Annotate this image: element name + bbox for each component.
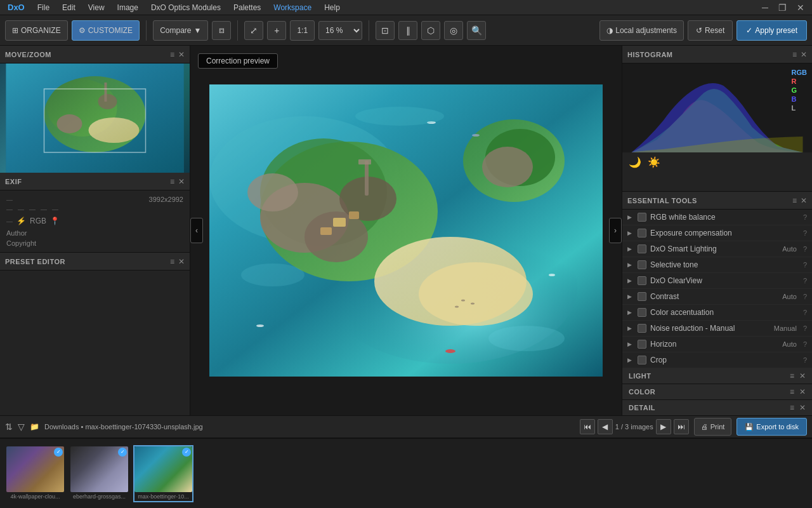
hist-rgb-label[interactable]: RGB [792,69,807,76]
zoom-select[interactable]: 16 % 25 % 50 % 100 % [318,21,362,40]
tool-row-crop[interactable]: ▶ Crop ? [622,352,812,368]
exif-menu-icon[interactable]: ≡ [170,177,174,186]
fit-icon: ⤢ [250,25,258,36]
window-minimize[interactable]: ─ [759,1,771,14]
window-close[interactable]: ✕ [794,1,807,14]
tool-help-contrast[interactable]: ? [803,293,807,300]
first-image-button[interactable]: ⏮ [580,419,595,434]
tool-help-color-accentuation[interactable]: ? [803,309,807,316]
move-zoom-menu-icon[interactable]: ≡ [170,50,174,59]
eyedropper-button[interactable]: 🔍 [467,21,486,40]
essential-tools-close-icon[interactable]: ✕ [801,196,807,205]
export-button[interactable]: 💾 Export to disk [737,418,807,436]
preset-editor-close-icon[interactable]: ✕ [178,257,185,266]
preset-editor-menu-icon[interactable]: ≡ [170,257,174,266]
last-image-button[interactable]: ⏭ [674,419,689,434]
filter-button[interactable]: ▽ [18,422,25,432]
tool-help-rgb-wb[interactable]: ? [803,213,807,221]
tool-checkbox-crop[interactable] [638,356,646,364]
tool-help-clearview[interactable]: ? [803,277,807,284]
reset-button[interactable]: ↺ Reset [688,20,733,41]
move-zoom-close-icon[interactable]: ✕ [178,50,185,59]
tool-checkbox-color-accentuation[interactable] [638,308,646,317]
menu-edit[interactable]: Edit [60,2,78,13]
customize-button[interactable]: ⚙ CUSTOMIZE [72,20,140,41]
tool-help-horizon[interactable]: ? [803,340,807,348]
correction-preview-button[interactable]: Correction preview [198,53,278,69]
section-light[interactable]: LIGHT ≡ ✕ [622,368,812,384]
split-view-button[interactable]: ⧈ [212,21,231,40]
hist-l-label[interactable]: L [792,104,807,112]
prev-image-arrow[interactable]: ‹ [190,218,203,243]
tool-row-selective-tone[interactable]: ▶ Selective tone ? [622,257,812,273]
menu-image[interactable]: Image [115,2,141,13]
histogram-close-icon[interactable]: ✕ [801,50,807,59]
local-adjustments-button[interactable]: ◑ Local adjustments [599,20,684,41]
tool-checkbox-smart-lighting[interactable] [638,244,646,253]
tool-checkbox-noise-reduction[interactable] [638,324,646,333]
tool-help-exposure[interactable]: ? [803,229,807,237]
menu-optics[interactable]: DxO Optics Modules [148,2,223,13]
hist-b-label[interactable]: B [792,95,807,103]
window-maximize[interactable]: ❐ [776,1,789,14]
tool-checkbox-selective-tone[interactable] [638,260,646,269]
section-color-close-icon[interactable]: ✕ [799,387,806,396]
tool-row-smart-lighting[interactable]: ▶ DxO Smart Lighting Auto ? [622,241,812,257]
tool-row-exposure[interactable]: ▶ Exposure compensation ? [622,225,812,241]
repair-button[interactable]: ◎ [444,21,463,40]
tool-help-noise-reduction[interactable]: ? [803,324,807,332]
filmstrip-thumb-3[interactable]: ✓ max-boettinger-10... [133,445,193,502]
sort-button[interactable]: ⇅ [5,422,13,432]
fit-view-button[interactable]: ⤢ [244,21,263,40]
tool-help-crop[interactable]: ? [803,356,807,364]
perspective-button[interactable]: ⬡ [421,21,440,40]
tool-row-horizon[interactable]: ▶ Horizon Auto ? [622,337,812,352]
apply-preset-button[interactable]: ✓ Apply preset [737,20,807,41]
prev-image-button[interactable]: ◀ [598,419,613,434]
tool-help-smart-lighting[interactable]: ? [803,245,807,253]
filmstrip-thumb-2[interactable]: ✓ eberhard-grossgas... [69,445,129,502]
tool-help-selective-tone[interactable]: ? [803,261,807,269]
tool-row-clearview[interactable]: ▶ DxO ClearView ? [622,273,812,289]
tool-checkbox-clearview[interactable] [638,276,646,285]
menu-palettes[interactable]: Palettes [231,2,263,13]
compare-dropdown-icon: ▼ [193,26,201,35]
section-light-close-icon[interactable]: ✕ [799,371,806,380]
section-detail[interactable]: DETAIL ≡ ✕ [622,400,812,415]
tool-checkbox-exposure[interactable] [638,229,646,237]
compare-button[interactable]: Compare ▼ [153,20,208,41]
hist-g-label[interactable]: G [792,86,807,94]
tool-row-contrast[interactable]: ▶ Contrast Auto ? [622,289,812,305]
tool-row-rgb-wb[interactable]: ▶ RGB white balance ? [622,210,812,225]
tool-checkbox-horizon[interactable] [638,340,646,349]
section-color-menu-icon[interactable]: ≡ [790,387,794,396]
nav-preview[interactable] [0,64,190,173]
menu-help[interactable]: Help [322,2,343,13]
hist-r-label[interactable]: R [792,77,807,85]
tool-checkbox-contrast[interactable] [638,292,646,301]
section-color[interactable]: COLOR ≡ ✕ [622,384,812,400]
menu-file[interactable]: File [35,2,52,13]
organize-button[interactable]: ⊞ ORGANIZE [5,20,68,41]
essential-tools-menu-icon[interactable]: ≡ [792,196,797,205]
section-light-menu-icon[interactable]: ≡ [790,371,794,380]
histogram-menu-icon[interactable]: ≡ [792,50,797,59]
menu-workspace[interactable]: Workspace [271,2,314,13]
filmstrip-thumb-1[interactable]: ✓ 4k-wallpaper-clou... [5,445,65,502]
menu-view[interactable]: View [86,2,107,13]
next-image-nav-button[interactable]: ▶ [656,419,671,434]
tool-checkbox-rgb-wb[interactable] [638,213,646,222]
tool-row-color-accentuation[interactable]: ▶ Color accentuation ? [622,305,812,321]
section-detail-menu-icon[interactable]: ≡ [790,403,794,412]
section-detail-close-icon[interactable]: ✕ [799,403,806,412]
zoom-ratio-button[interactable]: 1:1 [290,20,315,41]
crop-tool-button[interactable]: ⊡ [376,21,395,40]
tool-row-noise-reduction[interactable]: ▶ Noise reduction - Manual Manual ? [622,321,812,337]
exif-close-icon[interactable]: ✕ [178,177,185,186]
svg-point-30 [549,274,555,276]
zoom-in-button[interactable]: + [267,21,286,40]
print-button[interactable]: 🖨 Print [694,418,732,436]
tool-expand-icon-8: ▶ [627,325,634,331]
straighten-button[interactable]: ∥ [398,21,417,40]
next-image-arrow[interactable]: › [609,218,622,243]
